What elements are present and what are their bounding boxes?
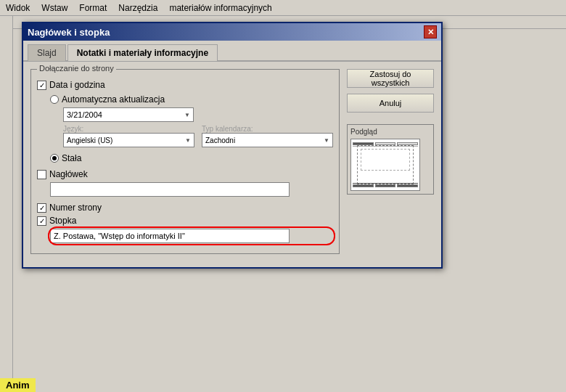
zastosuj-button[interactable]: Zastosuj do wszystkich bbox=[347, 69, 434, 88]
checkbox-numer-strony-label: Numer strony bbox=[49, 203, 102, 213]
menu-format[interactable]: Format bbox=[73, 1, 112, 15]
dialog-body: Dołączanie do strony Data i godzina Auto… bbox=[23, 62, 441, 267]
checkbox-stopka[interactable] bbox=[37, 216, 46, 226]
checkbox-numer-strony[interactable] bbox=[37, 203, 46, 213]
preview-box: Podgląd bbox=[347, 124, 434, 195]
checkbox-data-godzina[interactable] bbox=[37, 81, 46, 90]
checkbox-naglowek-wrap[interactable]: Nagłówek bbox=[37, 169, 333, 179]
stopka-input-wrap bbox=[50, 229, 333, 243]
checkbox-stopka-wrap[interactable]: Stopka bbox=[37, 216, 333, 226]
groupbox-title-dolaczanie: Dołączanie do strony bbox=[37, 64, 116, 73]
preview-title: Podgląd bbox=[350, 128, 430, 136]
dialog-title: Nagłówek i stopka bbox=[28, 27, 110, 38]
checkbox-data-godzina-label: Data i godzina bbox=[49, 80, 105, 90]
radio-auto-wrap[interactable]: Automatyczna aktualizacja bbox=[50, 94, 333, 105]
jezyk-label: Język: bbox=[63, 125, 194, 133]
menu-narzedzia[interactable]: Narzędzia bbox=[112, 1, 163, 15]
dialog-left-panel: Dołączanie do strony Data i godzina Auto… bbox=[30, 69, 340, 260]
tab-notatki[interactable]: Notatki i materiały informacyjne bbox=[67, 44, 218, 61]
tab-bar: Slajd Notatki i materiały informacyjne bbox=[23, 41, 441, 62]
date-value: 3/21/2004 bbox=[67, 110, 102, 119]
radio-stala-label: Stała bbox=[62, 153, 81, 163]
checkbox-data-godzina-wrap[interactable]: Data i godzina bbox=[37, 80, 333, 90]
radio-auto-label: Automatyczna aktualizacja bbox=[62, 94, 165, 105]
dialog-right-panel: Zastosuj do wszystkich Anuluj Podgląd bbox=[347, 69, 434, 260]
preview-footer bbox=[353, 183, 418, 189]
tab-slajd[interactable]: Slajd bbox=[28, 44, 66, 61]
preview-footer-box2 bbox=[375, 184, 396, 187]
typ-value: Zachodni bbox=[205, 136, 235, 144]
typ-dropdown[interactable]: Zachodni ▼ bbox=[202, 133, 333, 147]
typ-wrap: Typ kalendarza: Zachodni ▼ bbox=[202, 125, 333, 147]
jezyk-dropdown[interactable]: Angielski (US) ▼ bbox=[63, 133, 194, 147]
dialog-header-footer: Nagłówek i stopka ✕ Slajd Notatki i mate… bbox=[22, 22, 443, 269]
close-button[interactable]: ✕ bbox=[424, 25, 437, 38]
jezyk-value: Angielski (US) bbox=[67, 136, 112, 144]
anuluj-button[interactable]: Anuluj bbox=[347, 94, 434, 113]
menubar: Widok Wstaw Format Narzędzia materiałów … bbox=[0, 0, 566, 16]
groupbox-dolaczanie: Dołączanie do strony Data i godzina Auto… bbox=[30, 69, 340, 254]
preview-slide-area bbox=[357, 145, 414, 184]
naglowek-input-wrap bbox=[50, 182, 333, 197]
preview-footer-box1 bbox=[353, 184, 374, 187]
anim-label: Anim bbox=[0, 378, 36, 392]
vertical-ruler bbox=[0, 16, 13, 392]
lang-calendar-row: Język: Angielski (US) ▼ Typ kalendarza: … bbox=[63, 125, 333, 147]
jezyk-arrow: ▼ bbox=[185, 137, 191, 144]
menu-wstaw[interactable]: Wstaw bbox=[36, 1, 73, 15]
checkbox-stopka-label: Stopka bbox=[49, 216, 76, 226]
date-dropdown-wrap: 3/21/2004 ▼ bbox=[63, 107, 333, 122]
stopka-input[interactable] bbox=[50, 229, 290, 243]
preview-footer-box3 bbox=[397, 184, 418, 187]
radio-stala-wrap[interactable]: Stała bbox=[50, 153, 333, 163]
date-dropdown[interactable]: 3/21/2004 ▼ bbox=[63, 107, 194, 122]
menu-widok[interactable]: Widok bbox=[0, 1, 36, 15]
checkbox-numer-wrap[interactable]: Numer strony bbox=[37, 203, 333, 213]
date-dropdown-arrow: ▼ bbox=[184, 112, 190, 118]
typ-label: Typ kalendarza: bbox=[202, 125, 333, 133]
radio-auto[interactable] bbox=[50, 95, 59, 104]
jezyk-wrap: Język: Angielski (US) ▼ bbox=[63, 125, 194, 147]
menu-materialow[interactable]: materiałów informacyjnych bbox=[163, 1, 277, 15]
checkbox-naglowek[interactable] bbox=[37, 170, 46, 179]
naglowek-input[interactable] bbox=[50, 182, 290, 197]
checkbox-naglowek-label: Nagłówek bbox=[49, 169, 88, 179]
preview-content-box bbox=[361, 149, 410, 171]
preview-inner bbox=[350, 139, 420, 191]
radio-stala[interactable] bbox=[50, 154, 59, 163]
dialog-titlebar: Nagłówek i stopka ✕ bbox=[23, 23, 441, 41]
typ-arrow: ▼ bbox=[324, 137, 329, 144]
